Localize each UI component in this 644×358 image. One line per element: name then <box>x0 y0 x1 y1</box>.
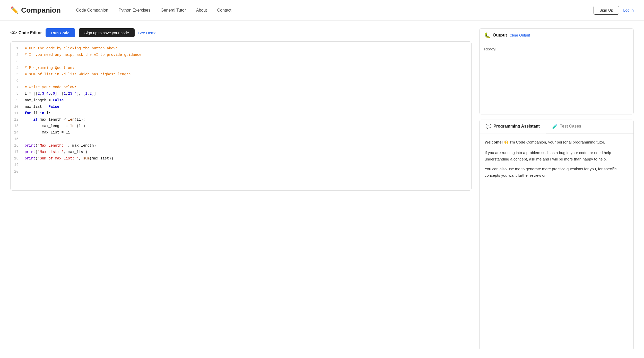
output-ready-text: Ready! <box>484 47 497 51</box>
main-container: </> Code Editor Run Code Sign up to save… <box>0 21 644 358</box>
output-header: 🐛 Output Clear Output <box>480 29 633 42</box>
ai-scroll[interactable]: Welcome! 🙌 I'm Code Companion, your pers… <box>485 139 628 179</box>
see-demo-link[interactable]: See Demo <box>138 31 156 35</box>
output-body: Ready! <box>480 42 633 114</box>
ai-welcome-line3: You can also use me to generate more pra… <box>485 166 627 179</box>
signup-nav-button[interactable]: Sign Up <box>594 6 619 15</box>
line-numbers: 1234567891011121314151617181920 <box>11 45 22 175</box>
save-code-button[interactable]: Sign up to save your code <box>79 28 135 37</box>
assistant-tab-label: Programming Assistant <box>493 124 540 129</box>
brand-name: Companion <box>21 6 61 14</box>
run-code-button[interactable]: Run Code <box>46 28 75 37</box>
ai-section: 💬 Programming Assistant 🧪 Test Cases Wel… <box>479 120 634 350</box>
output-title: 🐛 Output <box>484 32 507 38</box>
right-panel: 🐛 Output Clear Output Ready! 💬 Programmi… <box>479 28 634 350</box>
brand-icon: ✏️ <box>10 6 19 14</box>
tab-programming-assistant[interactable]: 💬 Programming Assistant <box>480 120 546 133</box>
tests-tab-label: Test Cases <box>560 124 581 129</box>
clear-output-button[interactable]: Clear Output <box>510 33 530 37</box>
code-content[interactable]: # Run the code by clicking the button ab… <box>22 45 471 175</box>
editor-toolbar: </> Code Editor Run Code Sign up to save… <box>10 28 472 37</box>
login-nav-button[interactable]: Log in <box>623 8 634 12</box>
nav-python-exercises[interactable]: Python Exercises <box>119 8 151 13</box>
ai-tabs: 💬 Programming Assistant 🧪 Test Cases <box>480 120 633 133</box>
brand-logo[interactable]: ✏️ Companion <box>10 6 61 14</box>
assistant-tab-icon: 💬 <box>486 123 491 129</box>
bug-icon: 🐛 <box>484 32 491 38</box>
left-panel: </> Code Editor Run Code Sign up to save… <box>10 28 472 350</box>
editor-label-text: Code Editor <box>19 31 42 35</box>
tests-tab-icon: 🧪 <box>552 123 558 129</box>
nav-about[interactable]: About <box>196 8 207 13</box>
nav-links: Code Companion Python Exercises General … <box>76 8 594 13</box>
editor-label: </> Code Editor <box>10 30 42 35</box>
ai-welcome-line1: Welcome! 🙌 I'm Code Companion, your pers… <box>485 139 627 146</box>
navbar: ✏️ Companion Code Companion Python Exerc… <box>0 0 644 21</box>
output-section: 🐛 Output Clear Output Ready! <box>479 28 634 114</box>
ai-welcome-line2: If you are running into a problem such a… <box>485 150 627 163</box>
code-editor-wrapper[interactable]: 1234567891011121314151617181920 # Run th… <box>10 41 472 191</box>
nav-actions: Sign Up Log in <box>594 6 634 15</box>
ai-body: Welcome! 🙌 I'm Code Companion, your pers… <box>480 133 633 184</box>
tab-test-cases[interactable]: 🧪 Test Cases <box>546 120 587 133</box>
nav-general-tutor[interactable]: General Tutor <box>161 8 186 13</box>
nav-contact[interactable]: Contact <box>217 8 231 13</box>
nav-code-companion[interactable]: Code Companion <box>76 8 108 13</box>
code-editor-icon: </> <box>10 30 17 35</box>
output-title-text: Output <box>493 33 507 38</box>
code-area[interactable]: 1234567891011121314151617181920 # Run th… <box>11 42 471 178</box>
